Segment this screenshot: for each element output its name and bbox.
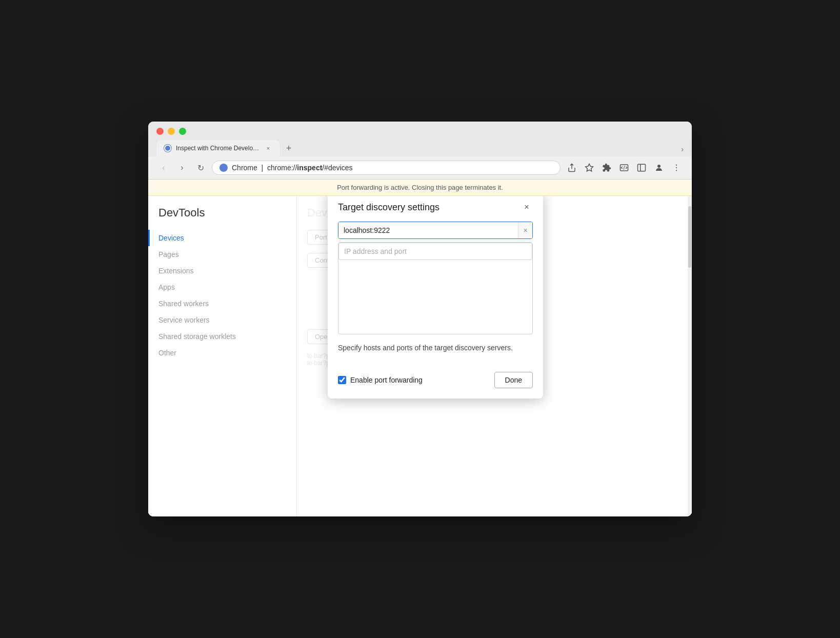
minimize-button[interactable] bbox=[168, 128, 175, 135]
target-discovery-dialog: Target discovery settings × × IP address… bbox=[328, 196, 543, 398]
new-tab-button[interactable]: + bbox=[282, 141, 296, 155]
sidebar-item-shared-storage-worklets[interactable]: Shared storage worklets bbox=[148, 328, 296, 345]
title-bar: Inspect with Chrome Develope... × + › bbox=[148, 122, 692, 156]
entries-area[interactable]: IP address and port bbox=[338, 242, 533, 334]
scrollbar[interactable] bbox=[688, 196, 692, 516]
svg-point-7 bbox=[676, 170, 677, 171]
tab-bar: Inspect with Chrome Develope... × + › bbox=[156, 140, 684, 156]
toolbar-icons bbox=[565, 161, 684, 175]
address-bar[interactable]: Chrome | chrome://inspect/#devices bbox=[212, 161, 561, 175]
svg-marker-0 bbox=[586, 164, 593, 171]
sidebar-item-devices[interactable]: Devices bbox=[148, 230, 296, 246]
sidebar-item-service-workers[interactable]: Service workers bbox=[148, 312, 296, 328]
sidebar-item-apps[interactable]: Apps bbox=[148, 279, 296, 295]
modal-backdrop: Target discovery settings × × IP address… bbox=[297, 196, 692, 516]
dialog-header: Target discovery settings × bbox=[328, 196, 543, 222]
port-forwarding-checkbox-row: Enable port forwarding bbox=[338, 376, 423, 384]
input-clear-button[interactable]: × bbox=[518, 222, 532, 238]
bookmark-icon[interactable] bbox=[582, 161, 596, 175]
menu-icon[interactable] bbox=[669, 161, 684, 175]
extensions-icon[interactable] bbox=[599, 161, 614, 175]
info-bar-message: Port forwarding is active. Closing this … bbox=[337, 184, 503, 191]
traffic-lights bbox=[156, 128, 684, 135]
tab-close-button[interactable]: × bbox=[264, 144, 272, 152]
active-tab[interactable]: Inspect with Chrome Develope... × bbox=[156, 140, 279, 156]
sidebar-title: DevTools bbox=[148, 206, 296, 230]
info-bar: Port forwarding is active. Closing this … bbox=[148, 180, 692, 196]
address-favicon-icon bbox=[219, 164, 228, 172]
svg-point-4 bbox=[657, 165, 661, 168]
sidebar-item-pages[interactable]: Pages bbox=[148, 246, 296, 263]
host-input[interactable] bbox=[338, 222, 518, 238]
sidebar-icon[interactable] bbox=[634, 161, 649, 175]
browser-window: Inspect with Chrome Develope... × + › ‹ … bbox=[148, 122, 692, 516]
scrollbar-thumb[interactable] bbox=[688, 206, 691, 268]
maximize-button[interactable] bbox=[179, 128, 186, 135]
close-button[interactable] bbox=[156, 128, 164, 135]
sidebar-item-other[interactable]: Other bbox=[148, 345, 296, 361]
forward-button[interactable]: › bbox=[175, 161, 189, 175]
dialog-close-button[interactable]: × bbox=[521, 201, 533, 213]
tab-list-chevron-icon[interactable]: › bbox=[681, 145, 684, 153]
svg-rect-2 bbox=[638, 164, 646, 171]
address-text: Chrome | chrome://inspect/#devices bbox=[232, 164, 553, 172]
profile-icon[interactable] bbox=[652, 161, 666, 175]
ip-placeholder: IP address and port bbox=[338, 243, 532, 260]
page-area: Devices Port forwarding... Configure... … bbox=[297, 196, 692, 516]
sidebar: DevTools Devices Pages Extensions Apps S… bbox=[148, 196, 297, 516]
port-forwarding-checkbox[interactable] bbox=[338, 376, 346, 384]
dialog-footer: Enable port forwarding Done bbox=[328, 372, 543, 398]
share-icon[interactable] bbox=[565, 161, 579, 175]
dialog-body: × IP address and port Specify hosts and … bbox=[328, 222, 543, 372]
sidebar-item-extensions[interactable]: Extensions bbox=[148, 263, 296, 279]
reload-button[interactable]: ↻ bbox=[193, 161, 208, 175]
port-forwarding-label: Enable port forwarding bbox=[350, 376, 423, 384]
description-text: Specify hosts and ports of the target di… bbox=[338, 343, 533, 353]
back-button[interactable]: ‹ bbox=[156, 161, 171, 175]
sidebar-item-shared-workers[interactable]: Shared workers bbox=[148, 295, 296, 312]
devtools-icon[interactable] bbox=[617, 161, 631, 175]
tab-title: Inspect with Chrome Develope... bbox=[176, 145, 260, 152]
dialog-title: Target discovery settings bbox=[338, 202, 439, 213]
svg-point-6 bbox=[676, 167, 677, 168]
tab-favicon-icon bbox=[164, 144, 172, 152]
main-content: DevTools Devices Pages Extensions Apps S… bbox=[148, 196, 692, 516]
svg-point-5 bbox=[676, 165, 677, 166]
toolbar: ‹ › ↻ Chrome | chrome://inspect/#devices bbox=[148, 156, 692, 180]
done-button[interactable]: Done bbox=[494, 372, 533, 388]
host-input-row: × bbox=[338, 222, 533, 239]
